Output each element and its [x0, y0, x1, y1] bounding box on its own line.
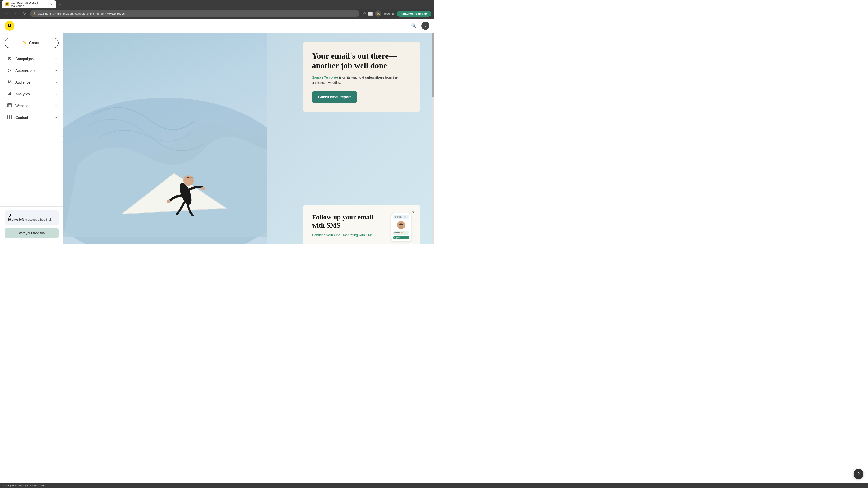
- success-text-middle: is on its way to: [338, 75, 362, 79]
- incognito-area: 🕵 Incognito: [375, 10, 395, 17]
- sidebar-item-campaigns[interactable]: Campaigns ▾: [2, 53, 61, 65]
- relaunch-button[interactable]: Relaunch to update: [397, 11, 431, 17]
- sms-title: Follow up your email with SMS: [312, 213, 386, 229]
- sms-close-button[interactable]: ×: [410, 208, 417, 216]
- phone-content: Hi there! 👋 Reply →: [393, 220, 409, 239]
- phone-person-svg: [397, 221, 405, 229]
- mailchimp-logo-icon: M: [6, 23, 13, 29]
- sms-content: Follow up your email with SMS Combine yo…: [312, 213, 386, 237]
- svg-point-29: [183, 175, 194, 186]
- audience-name: Moodjoy: [328, 80, 340, 85]
- mailchimp-logo[interactable]: M: [4, 21, 14, 31]
- tab-favicon: M: [5, 2, 9, 6]
- svg-point-14: [10, 80, 11, 82]
- audience-label: Audience: [16, 80, 53, 85]
- sidebar-nav: Campaigns ▾ Automations ▾ Audience ▾: [0, 53, 63, 206]
- sidebar-item-analytics[interactable]: Analytics ▾: [2, 88, 61, 100]
- refresh-button[interactable]: ↻: [21, 10, 28, 17]
- phone-avatar: [397, 221, 405, 229]
- sidebar-item-audience[interactable]: Audience ▾: [2, 76, 61, 88]
- website-chevron: ▾: [55, 104, 57, 107]
- surfer-illustration: [63, 33, 267, 244]
- svg-point-13: [8, 80, 9, 82]
- success-card: Your email's out there—another job well …: [303, 42, 421, 112]
- trial-icon: ⏱: [8, 214, 11, 217]
- app-container: ✏️ Create Campaigns ▾ Automations ▾: [0, 33, 434, 244]
- svg-point-31: [166, 200, 170, 203]
- sms-phone-preview: +1 404 12 34 56: [391, 213, 411, 241]
- automations-label: Automations: [16, 69, 53, 73]
- search-button[interactable]: 🔍: [410, 22, 418, 30]
- subscribers-count: 8 subscribers: [362, 75, 384, 79]
- bookmark-button[interactable]: ☆: [363, 11, 366, 16]
- browser-controls: ‹ › ↻ 🔒 us21.admin.mailchimp.com/campaig…: [0, 8, 434, 19]
- browser-actions: ☆ ⬜ 🕵 Incognito Relaunch to update: [363, 10, 431, 17]
- svg-rect-15: [8, 94, 8, 95]
- campaigns-icon: [6, 56, 13, 62]
- svg-rect-16: [9, 93, 10, 95]
- svg-line-12: [9, 70, 10, 70]
- trial-text: 89 days left to access a free trial.: [8, 218, 55, 222]
- sms-card: × Follow up your email with SMS Combine …: [303, 205, 421, 244]
- check-email-report-button[interactable]: Check email report: [312, 92, 357, 103]
- svg-point-30: [201, 187, 205, 190]
- create-button[interactable]: ✏️ Create: [4, 37, 59, 48]
- sms-card-inner: Follow up your email with SMS Combine yo…: [312, 213, 411, 241]
- svg-rect-21: [8, 115, 9, 117]
- top-bar-right: 🔍 S: [410, 22, 430, 30]
- svg-rect-10: [10, 70, 11, 71]
- surfer-svg: [63, 54, 267, 244]
- automations-icon: [6, 68, 13, 74]
- svg-line-8: [9, 58, 11, 59]
- start-trial-button[interactable]: Start your free trial: [4, 228, 59, 238]
- analytics-label: Analytics: [16, 92, 53, 96]
- website-label: Website: [16, 104, 53, 108]
- campaigns-label: Campaigns: [16, 57, 53, 61]
- forward-button[interactable]: ›: [12, 10, 19, 17]
- sms-subtitle: Combine your email marketing with SMS: [312, 232, 386, 237]
- main-content: Your email's out there—another job well …: [63, 33, 434, 244]
- trial-banner: ⏱ 89 days left to access a free trial.: [4, 210, 59, 225]
- svg-rect-22: [10, 115, 11, 117]
- svg-rect-11: [8, 71, 9, 72]
- svg-rect-17: [10, 92, 11, 95]
- incognito-icon: 🕵: [375, 10, 381, 17]
- campaign-link[interactable]: Sample Template: [312, 75, 338, 79]
- scroll-indicator[interactable]: [432, 33, 434, 244]
- success-title: Your email's out there—another job well …: [312, 51, 411, 70]
- svg-rect-24: [10, 117, 11, 119]
- hero-area: Your email's out there—another job well …: [63, 33, 434, 244]
- svg-rect-23: [8, 117, 9, 119]
- create-icon: ✏️: [23, 41, 27, 45]
- active-tab[interactable]: M Campaign Success | Mailchimp ✕: [2, 0, 56, 8]
- phone-top-bar: +1 404 12 34 56: [393, 215, 409, 219]
- success-subtitle: Sample Template is on its way to 8 subsc…: [312, 75, 411, 85]
- create-label: Create: [29, 41, 40, 45]
- svg-text:M: M: [8, 24, 11, 28]
- analytics-icon: [6, 91, 13, 97]
- content-chevron: ▾: [55, 116, 57, 119]
- audience-chevron: ▾: [55, 81, 57, 84]
- sidebar-item-automations[interactable]: Automations ▾: [2, 65, 61, 76]
- user-avatar-button[interactable]: S: [421, 22, 430, 30]
- phone-number: +1 404 12 34 56: [394, 216, 405, 218]
- sidebar-item-content[interactable]: Content ▾: [2, 112, 61, 123]
- svg-rect-18: [7, 104, 11, 107]
- back-button[interactable]: ‹: [3, 10, 10, 17]
- automations-chevron: ▾: [55, 69, 57, 72]
- content-icon: [6, 115, 13, 121]
- scroll-thumb: [432, 33, 434, 97]
- website-icon: [6, 103, 13, 109]
- url-text: us21.admin.mailchimp.com/campaigns/finis…: [38, 12, 125, 15]
- browser-tab-bar: M Campaign Success | Mailchimp ✕ +: [0, 0, 434, 8]
- address-bar[interactable]: 🔒 us21.admin.mailchimp.com/campaigns/fin…: [30, 10, 359, 17]
- sidebar-footer: ⏱ 89 days left to access a free trial. S…: [0, 206, 63, 241]
- top-bar: M 🔍 S: [0, 19, 434, 33]
- sidebar-item-website[interactable]: Website ▾: [2, 100, 61, 111]
- lock-icon: 🔒: [33, 12, 36, 15]
- new-tab-button[interactable]: +: [57, 1, 63, 7]
- svg-rect-9: [8, 69, 9, 70]
- tab-close-button[interactable]: ✕: [50, 3, 53, 6]
- extension-button[interactable]: ⬜: [368, 11, 373, 16]
- phone-reply: Reply →: [393, 236, 409, 239]
